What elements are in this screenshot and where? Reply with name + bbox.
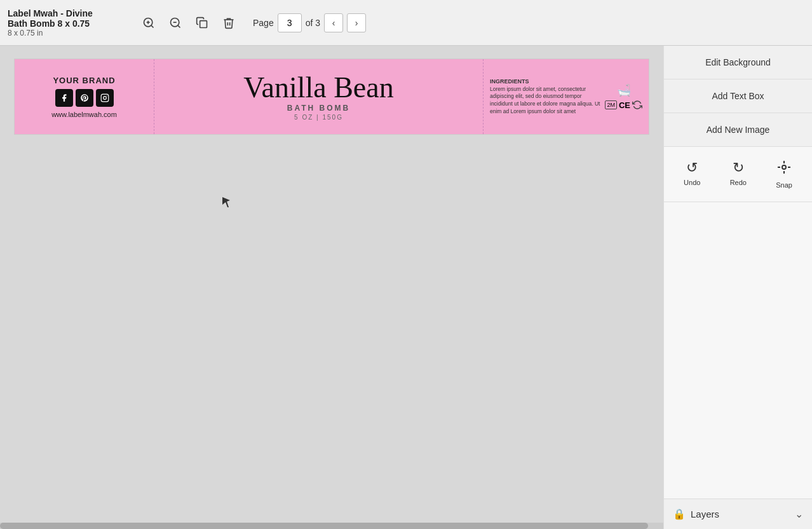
pinterest-icon (76, 89, 93, 107)
svg-line-1 (151, 25, 154, 27)
brand-name: YOUR BRAND (53, 76, 115, 85)
svg-point-11 (782, 165, 786, 169)
duplicate-button[interactable] (191, 11, 213, 34)
main-area: YOUR BRAND (0, 46, 812, 529)
zoom-in-button[interactable] (137, 11, 160, 34)
canvas-area: YOUR BRAND (0, 46, 663, 529)
svg-rect-8 (101, 94, 109, 102)
snap-icon (776, 160, 792, 179)
page-label: Page (253, 18, 274, 28)
add-new-image-button[interactable]: Add New Image (664, 113, 812, 147)
document-title: Label Mwah - Divine Bath Bomb 8 x 0.75 (8, 8, 122, 29)
next-page-button[interactable]: › (347, 13, 366, 32)
layers-footer[interactable]: 🔒 Layers ⌄ (664, 498, 812, 529)
toolbar: Label Mwah - Divine Bath Bomb 8 x 0.75 8… (0, 0, 812, 46)
undo-button[interactable]: ↺ Undo (679, 156, 705, 193)
delete-button[interactable] (217, 11, 240, 34)
edit-background-button[interactable]: Edit Background (664, 46, 812, 79)
website-url: www.labelmwah.com (51, 111, 117, 118)
right-panel: Edit Background Add Text Box Add New Ima… (663, 46, 812, 529)
svg-rect-7 (200, 20, 207, 27)
title-block: Label Mwah - Divine Bath Bomb 8 x 0.75 8… (8, 8, 122, 38)
label-center-section: Vanilla Bean BATH BOMB 5 OZ | 150G (154, 59, 484, 134)
recycle-icon (632, 100, 642, 110)
zoom-out-button[interactable] (164, 11, 187, 34)
chevron-down-icon[interactable]: ⌄ (795, 508, 803, 520)
instagram-icon (96, 89, 114, 107)
snap-button[interactable]: Snap (771, 156, 797, 193)
horizontal-scrollbar[interactable] (0, 523, 663, 529)
ce-mark-icon: CE (619, 100, 630, 110)
panel-actions-group: ↺ Undo ↻ Redo Snap (664, 147, 812, 202)
scrollbar-thumb[interactable] (0, 523, 648, 529)
layers-label: Layers (691, 509, 719, 519)
label-canvas: YOUR BRAND (14, 58, 649, 135)
layers-left-group: 🔒 Layers (673, 508, 719, 520)
panel-spacer (664, 202, 812, 498)
svg-point-10 (106, 95, 107, 96)
certification-icons: 🛁 2M CE (605, 83, 642, 110)
product-type: BATH BOMB (287, 104, 350, 113)
toolbar-icon-group (137, 11, 240, 34)
product-name: Vanilla Bean (243, 73, 393, 102)
document-dimensions: 8 x 0.75 in (8, 29, 122, 38)
svg-line-5 (178, 25, 180, 27)
redo-button[interactable]: ↻ Redo (725, 156, 752, 193)
label-brand-section: YOUR BRAND (15, 59, 154, 134)
cursor-indicator (222, 197, 230, 207)
2m-label: 2M (605, 100, 617, 109)
redo-label: Redo (730, 179, 747, 186)
redo-icon: ↻ (733, 160, 744, 176)
bath-bomb-icon: 🛁 (617, 83, 631, 97)
svg-point-9 (103, 96, 106, 99)
page-number-input[interactable] (278, 13, 302, 32)
undo-icon: ↺ (686, 160, 698, 176)
undo-label: Undo (684, 179, 700, 186)
add-text-box-button[interactable]: Add Text Box (664, 79, 812, 113)
cert-row: 🛁 (617, 83, 631, 97)
facebook-icon (55, 89, 73, 107)
prev-page-button[interactable]: ‹ (324, 13, 343, 32)
product-weight: 5 OZ | 150G (294, 114, 343, 121)
ingredients-body: Lorem ipsum dolor sit amet, consectetur … (490, 86, 600, 116)
ingredients-title: INGREDIENTS (490, 78, 600, 86)
page-of-label: of 3 (306, 18, 320, 28)
page-navigation: Page of 3 ‹ › (253, 13, 366, 32)
lock-icon: 🔒 (673, 508, 686, 520)
snap-label: Snap (776, 181, 792, 189)
ingredients-block: INGREDIENTS Lorem ipsum dolor sit amet, … (490, 78, 600, 116)
social-icons-group (55, 89, 114, 107)
cert-marks-row: 2M CE (605, 100, 642, 110)
label-right-section: INGREDIENTS Lorem ipsum dolor sit amet, … (484, 59, 649, 134)
